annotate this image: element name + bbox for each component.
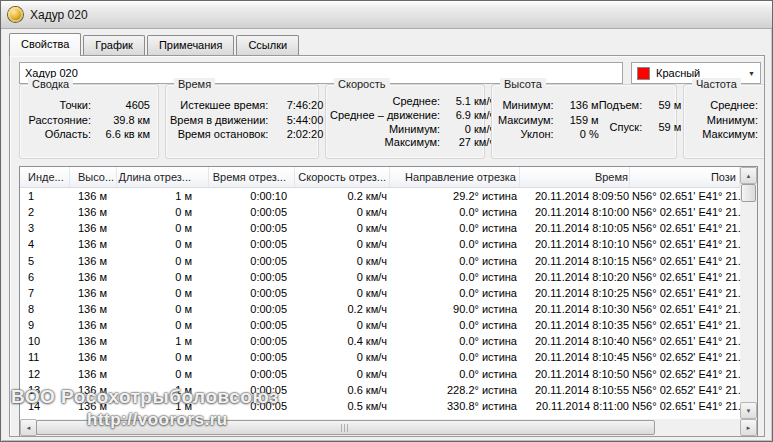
table-cell: 0:00:05 [209,253,295,269]
scroll-right-button[interactable]: ► [740,419,757,436]
tab-graph[interactable]: График [83,35,145,55]
table-cell: 1 м [117,398,209,414]
table-cell: N56° 02.651' E41° 21. [630,317,740,333]
table-cell: 0.0° истина [390,333,520,349]
table-cell: 90.0° истина [390,301,520,317]
tab-properties[interactable]: Свойства [9,33,81,56]
column-header[interactable]: Пози [630,167,740,187]
stat-label: Точки: [24,98,91,113]
table-row[interactable]: 10136 м1 м0:00:050.4 км/ч0.0° истина20.1… [20,333,740,349]
horizontal-scrollbar-thumb[interactable] [36,420,655,435]
table-cell: N56° 02.651' E41° 21. [630,220,740,236]
table-cell: 20.11.2014 8:10:30 [520,301,630,317]
group-title: Скорость [334,78,390,90]
table-header: Инде...Высо...Длина отрез...Время отрез.… [20,167,740,188]
group-title: Время [174,78,215,90]
stat-value: 2:02:20 [275,127,323,142]
table-cell: 0.0° истина [390,204,520,220]
table-cell: 0.2 км/ч [295,188,390,204]
table-row[interactable]: 1136 м1 м0:00:100.2 км/ч29.2° истина20.1… [20,188,740,204]
table-cell: N56° 02.652' E41° 21. [630,349,740,365]
table-row[interactable]: 13136 м1 м0:00:050.6 км/ч228.2° истина20… [20,382,740,398]
stat-label: Спуск: [599,120,643,142]
table-row[interactable]: 8136 м0 м0:00:050.2 км/ч90.0° истина20.1… [20,301,740,317]
table-cell: 0:00:05 [209,269,295,285]
table-row[interactable]: 3136 м0 м0:00:050 км/ч0.0° истина20.11.2… [20,220,740,236]
stat-label: Подъем: [599,98,643,120]
column-header[interactable]: Скорость отрез... [295,167,390,187]
stat-value: 5:44:00 [275,113,323,128]
table-row[interactable]: 14136 м1 м0:00:050.5 км/ч330.8° истина20… [20,398,740,414]
table-row[interactable]: 2136 м0 м0:00:050 км/ч0.0° истина20.11.2… [20,204,740,220]
table-cell: 0 м [117,253,209,269]
vertical-scrollbar[interactable]: ▲ ▼ [740,167,757,419]
table-cell: 20.11.2014 8:10:50 [520,366,630,382]
table-row[interactable]: 9136 м0 м0:00:050 км/ч0.0° истина20.11.2… [20,317,740,333]
table-cell: 136 м [70,253,117,269]
table-cell: 136 м [70,333,117,349]
stat-label: Минимум: [688,113,758,128]
scroll-left-button[interactable]: ◄ [20,419,37,436]
scroll-up-button[interactable]: ▲ [740,167,757,184]
table-cell: 20.11.2014 8:10:35 [520,317,630,333]
table-cell: 2 [20,204,70,220]
table-cell: 0.0° истина [390,285,520,301]
table-cell: N56° 02.651' E41° 21. [630,301,740,317]
table-cell: 0 км/ч [295,317,390,333]
table-cell: 0.0° истина [390,269,520,285]
table-cell: 0:00:05 [209,349,295,365]
table-cell: 1 м [117,188,209,204]
table-row[interactable]: 6136 м0 м0:00:050 км/ч0.0° истина20.11.2… [20,269,740,285]
table-cell: 0 км/ч [295,366,390,382]
table-cell: 136 м [70,188,117,204]
table-cell: 20.11.2014 8:09:50 [520,188,630,204]
table-row[interactable]: 11136 м0 м0:00:050 км/ч0.0° истина20.11.… [20,349,740,365]
tab-links[interactable]: Ссылки [236,35,299,55]
stat-label: Время в движении: [170,113,268,128]
column-header[interactable]: Время [520,167,630,187]
column-header[interactable]: Высо... [70,167,117,187]
table-cell: 0 м [117,220,209,236]
table-cell: 136 м [70,301,117,317]
table-cell: 12 [20,366,70,382]
table-row[interactable]: 4136 м0 м0:00:050 км/ч0.0° истина20.11.2… [20,236,740,252]
table-cell: N56° 02.651' E41° 21. [630,333,740,349]
titlebar[interactable]: Хадур 020 [1,1,772,29]
table-cell: N56° 02.652' E41° 21. [630,382,740,398]
table-row[interactable]: 12136 м0 м0:00:050 км/ч0.0° истина20.11.… [20,366,740,382]
table-cell: 136 м [70,285,117,301]
scroll-down-button[interactable]: ▼ [740,402,757,419]
table-cell: 136 м [70,220,117,236]
table-cell: 0:00:05 [209,398,295,414]
arrow-up-icon: ▲ [746,173,752,179]
horizontal-scrollbar[interactable]: ◄ ► [20,419,757,436]
stat-value: 6.9 км/ч [447,109,495,123]
column-header[interactable]: Длина отрез... [117,167,209,187]
track-properties-window: Хадур 020 Свойства График Примечания Ссы… [0,0,773,442]
table-cell: 20.11.2014 8:11:00 [520,398,630,414]
table-cell: 9 [20,317,70,333]
table-cell: 0 км/ч [295,204,390,220]
table-cell: N56° 02.651' E41° 21. [630,269,740,285]
table-cell: 10 [20,333,70,349]
stat-label: Среднее – движение: [330,109,440,123]
column-header[interactable]: Время отрез... [209,167,295,187]
table-row[interactable]: 5136 м0 м0:00:050 км/ч0.0° истина20.11.2… [20,253,740,269]
table-cell: 0.0° истина [390,236,520,252]
table-cell: 136 м [70,382,117,398]
table-cell: 0.0° истина [390,317,520,333]
stat-label: Область: [24,127,91,142]
stat-value: 59 м [649,98,681,120]
table-cell: 1 [20,188,70,204]
table-cell: 0 км/ч [295,253,390,269]
table-cell: 0.5 км/ч [295,398,390,414]
column-header[interactable]: Направление отрезка [390,167,520,187]
table-row[interactable]: 7136 м0 м0:00:050 км/ч0.0° истина20.11.2… [20,285,740,301]
window-title: Хадур 020 [30,8,88,22]
column-header[interactable]: Инде... [20,167,70,187]
table-cell: 20.11.2014 8:10:25 [520,285,630,301]
table-cell: 330.8° истина [390,398,520,414]
vertical-scrollbar-thumb[interactable] [741,184,756,202]
stat-value: 27 км/ч [447,136,495,150]
tab-notes[interactable]: Примечания [147,35,235,55]
